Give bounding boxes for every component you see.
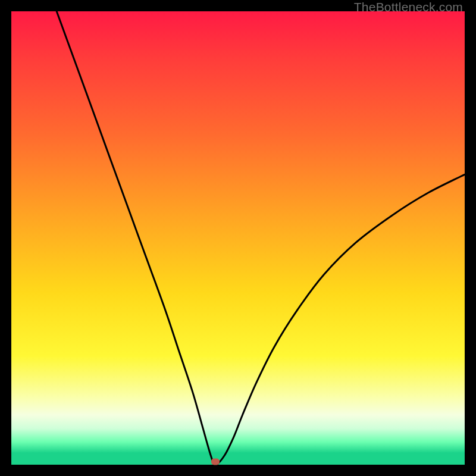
plot-area xyxy=(11,11,465,465)
optimal-point-marker xyxy=(211,459,220,465)
chart-frame: TheBottleneck.com xyxy=(0,0,476,476)
bottleneck-curve xyxy=(11,11,465,465)
